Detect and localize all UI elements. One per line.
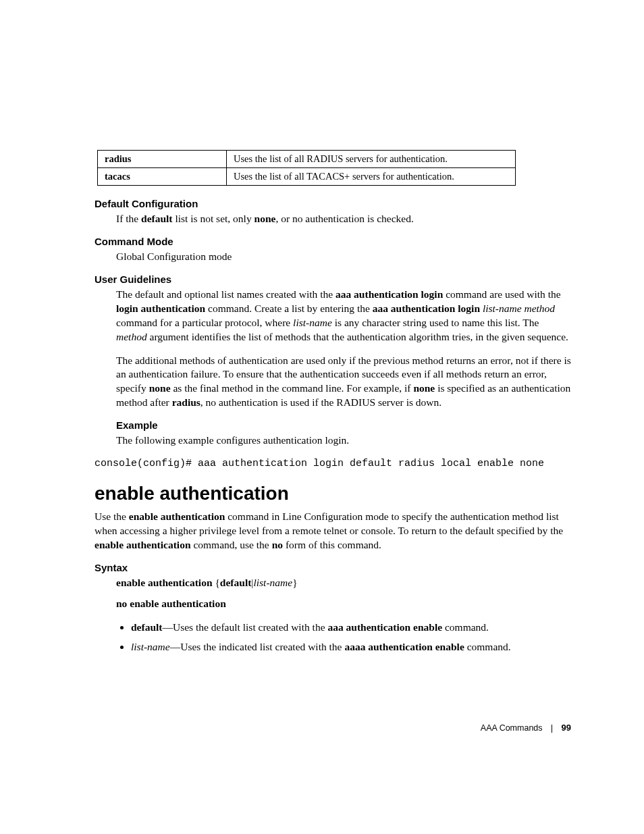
table-cell-key: tacacs xyxy=(98,168,227,186)
table-cell-desc: Uses the list of all RADIUS servers for … xyxy=(227,151,516,168)
list-item: list-name—Uses the indicated list create… xyxy=(131,640,571,654)
syntax-line-2: no enable authentication xyxy=(116,597,571,611)
list-item: default—Uses the default list created wi… xyxy=(131,621,571,635)
default-config-text: If the default list is not set, only non… xyxy=(116,212,571,226)
syntax-bullets: default—Uses the default list created wi… xyxy=(116,621,571,654)
page-footer: AAA Commands 99 xyxy=(481,723,571,733)
page: radius Uses the list of all RADIUS serve… xyxy=(0,0,644,834)
command-title: enable authentication xyxy=(95,483,571,504)
footer-separator xyxy=(552,725,552,733)
heading-user-guidelines: User Guidelines xyxy=(95,273,571,285)
heading-default-config: Default Configuration xyxy=(95,198,571,209)
user-guidelines-p2: The additional methods of authentication… xyxy=(116,354,571,411)
heading-syntax: Syntax xyxy=(95,562,571,573)
example-text: The following example configures authent… xyxy=(116,434,571,448)
table-cell-key: radius xyxy=(98,151,227,168)
syntax-line-1: enable authentication {default|list-name… xyxy=(116,576,571,590)
footer-page-number: 99 xyxy=(562,723,571,733)
user-guidelines-p1: The default and optional list names crea… xyxy=(116,288,571,344)
command-desc: Use the enable authentication command in… xyxy=(95,510,571,552)
footer-section: AAA Commands xyxy=(481,723,543,733)
example-code: console(config)# aaa authentication logi… xyxy=(95,457,571,471)
heading-command-mode: Command Mode xyxy=(95,236,571,247)
method-table: radius Uses the list of all RADIUS serve… xyxy=(97,150,516,186)
table-row: tacacs Uses the list of all TACACS+ serv… xyxy=(98,168,516,186)
heading-example: Example xyxy=(116,419,571,431)
table-cell-desc: Uses the list of all TACACS+ servers for… xyxy=(227,168,516,186)
command-mode-text: Global Configuration mode xyxy=(116,250,571,264)
table-row: radius Uses the list of all RADIUS serve… xyxy=(98,151,516,168)
